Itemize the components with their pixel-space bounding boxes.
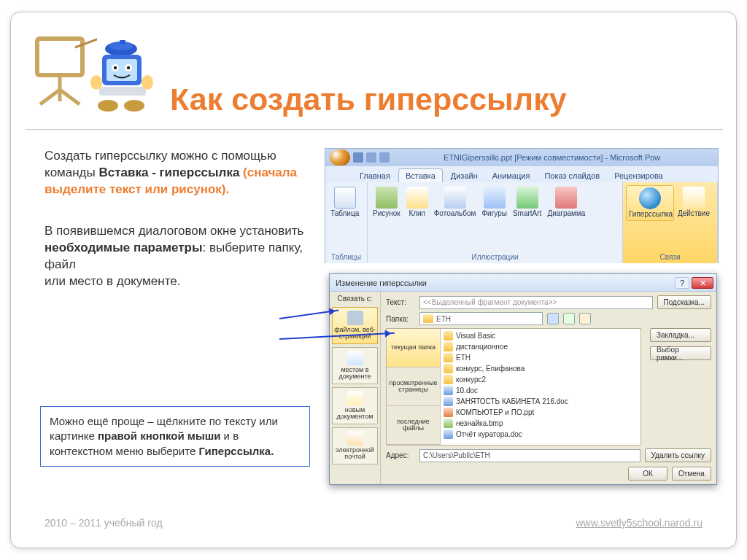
lookin-browsed[interactable]: просмотренные страницы — [387, 368, 440, 406]
svg-point-16 — [142, 75, 153, 90]
remove-link-button[interactable]: Удалить ссылку — [645, 448, 711, 462]
btn-photoalbum[interactable]: Фотоальбом — [432, 185, 479, 219]
btn-clip[interactable]: Клип — [404, 185, 430, 219]
address-input[interactable]: C:\Users\Public\ETH — [419, 449, 640, 462]
linkto-place-in-doc[interactable]: местом в документе — [332, 347, 378, 384]
file-name: ETH — [456, 354, 471, 362]
new-doc-icon — [347, 391, 363, 405]
lookin-recent[interactable]: последние файлы — [387, 406, 440, 445]
list-item[interactable]: Visual Basic — [444, 330, 638, 341]
group-tables: Таблица Таблицы — [325, 182, 368, 263]
btn-picture[interactable]: Рисунок — [371, 185, 403, 219]
list-item[interactable]: КОМПЬЮТЕР и ПО.ppt — [444, 407, 638, 418]
hyperlink-dialog: Изменение гиперссылки ? ✕ Связать с: фай… — [329, 273, 717, 485]
chart-icon — [555, 187, 577, 209]
bmp-icon — [444, 419, 453, 428]
ribbon-tabs: Главная Вставка Дизайн Анимация Показ сл… — [325, 166, 718, 182]
tooltip-button[interactable]: Подсказка... — [657, 295, 711, 309]
list-item[interactable]: 10.doc — [444, 385, 638, 396]
svg-point-18 — [124, 100, 144, 112]
save-icon[interactable] — [353, 152, 363, 163]
list-item[interactable]: конкурс2 — [444, 374, 638, 385]
table-icon — [334, 187, 356, 209]
browse-web-icon[interactable] — [563, 313, 575, 324]
dialog-title: Изменение гиперссылки — [336, 279, 427, 287]
mail-icon — [347, 431, 363, 446]
btn-action[interactable]: Действие — [676, 185, 712, 221]
btn-hyperlink[interactable]: Гиперссылка — [626, 185, 674, 221]
globe-file-icon — [347, 311, 363, 325]
help-button[interactable]: ? — [675, 277, 689, 289]
window-title: ETNIGiperssilki.ppt [Режим совместимости… — [444, 153, 660, 162]
group-label: Таблицы — [328, 252, 364, 262]
album-icon — [444, 187, 466, 209]
file-browser: текущая папка просмотренные страницы пос… — [386, 328, 641, 446]
folder-combo[interactable]: ETH — [419, 312, 543, 325]
browse-file-icon[interactable] — [579, 313, 591, 324]
file-name: Visual Basic — [456, 332, 495, 340]
quick-access-toolbar: ETNIGiperssilki.ppt [Режим совместимости… — [325, 149, 718, 166]
action-icon — [683, 187, 705, 209]
svg-point-13 — [127, 66, 130, 69]
look-in-tabs: текущая папка просмотренные страницы пос… — [387, 329, 441, 445]
group-illustrations: Рисунок Клип Фотоальбом Фигуры SmartArt … — [368, 182, 623, 263]
file-name: ЗАНЯТОСТЬ КАБИНЕТА 216.doc — [456, 397, 568, 405]
note-box: Можно ещё проще – щёлкните по тексту или… — [40, 406, 310, 467]
t: Гиперссылка. — [198, 445, 274, 457]
list-item[interactable]: дистанционное — [444, 341, 638, 352]
btn-shapes[interactable]: Фигуры — [479, 185, 508, 219]
tab-home[interactable]: Главная — [353, 169, 397, 182]
title-divider — [26, 129, 723, 130]
undo-icon[interactable] — [366, 152, 376, 163]
doc-icon — [444, 386, 453, 395]
bookmark-button[interactable]: Закладка... — [650, 328, 711, 342]
tab-animation[interactable]: Анимация — [486, 169, 537, 182]
hyperlink-icon — [639, 187, 661, 209]
group-label: Иллюстрации — [371, 252, 619, 262]
office-button[interactable] — [330, 149, 350, 166]
linkto-email[interactable]: электронной почтой — [332, 427, 378, 464]
link-to-label: Связать с: — [332, 295, 378, 303]
text-input[interactable]: <<Выделенный фрагмент документа>> — [419, 296, 653, 309]
frame-button[interactable]: Выбор рамки... — [650, 346, 711, 360]
svg-line-3 — [60, 90, 80, 104]
picture-icon — [376, 187, 398, 209]
group-links: Гиперссылка Действие Связи — [623, 182, 718, 263]
cancel-button[interactable]: Отмена — [672, 467, 711, 481]
tab-insert[interactable]: Вставка — [398, 168, 443, 182]
linkto-new-doc[interactable]: новым документом — [332, 387, 378, 424]
folder-icon — [423, 314, 433, 323]
list-item[interactable]: Отчёт куратора.doc — [444, 429, 638, 440]
address-label: Адрес: — [386, 451, 415, 459]
file-name: КОМПЬЮТЕР и ПО.ppt — [456, 408, 534, 416]
group-label: Связи — [626, 252, 714, 262]
smartart-icon — [516, 187, 538, 209]
t: необходимые параметры — [44, 241, 202, 254]
ok-button[interactable]: ОК — [628, 467, 667, 481]
file-name: конкурс2 — [456, 376, 486, 384]
tab-design[interactable]: Дизайн — [444, 169, 484, 182]
t: или место в документе. — [44, 274, 180, 288]
tab-slideshow[interactable]: Показ слайдов — [538, 169, 606, 182]
footer-url[interactable]: www.svetly5school.narod.ru — [576, 517, 703, 529]
file-name: конкурс, Епифанова — [456, 365, 525, 373]
fold-icon — [444, 342, 453, 351]
list-item[interactable]: конкурс, Епифанова — [444, 363, 638, 374]
list-item[interactable]: незнайка.bmp — [444, 418, 638, 429]
up-folder-icon[interactable] — [547, 313, 559, 324]
tab-review[interactable]: Рецензирова — [608, 169, 670, 182]
btn-smartart[interactable]: SmartArt — [511, 185, 543, 219]
file-name: дистанционное — [456, 343, 508, 351]
btn-table[interactable]: Таблица — [328, 185, 361, 219]
list-item[interactable]: ETH — [444, 352, 638, 363]
file-list[interactable]: Visual BasicдистанционноеETHконкурс, Епи… — [441, 329, 640, 445]
svg-point-11 — [114, 66, 117, 69]
list-item[interactable]: ЗАНЯТОСТЬ КАБИНЕТА 216.doc — [444, 396, 638, 407]
t: В появившемся диалоговом окне установить — [44, 224, 303, 238]
close-button[interactable]: ✕ — [692, 277, 713, 289]
fold-icon — [444, 364, 453, 373]
body-text: Создать гиперссылку можно с помощью кома… — [44, 148, 307, 290]
btn-chart[interactable]: Диаграмма — [545, 185, 587, 219]
doc-icon — [444, 397, 453, 406]
redo-icon[interactable] — [379, 152, 390, 163]
